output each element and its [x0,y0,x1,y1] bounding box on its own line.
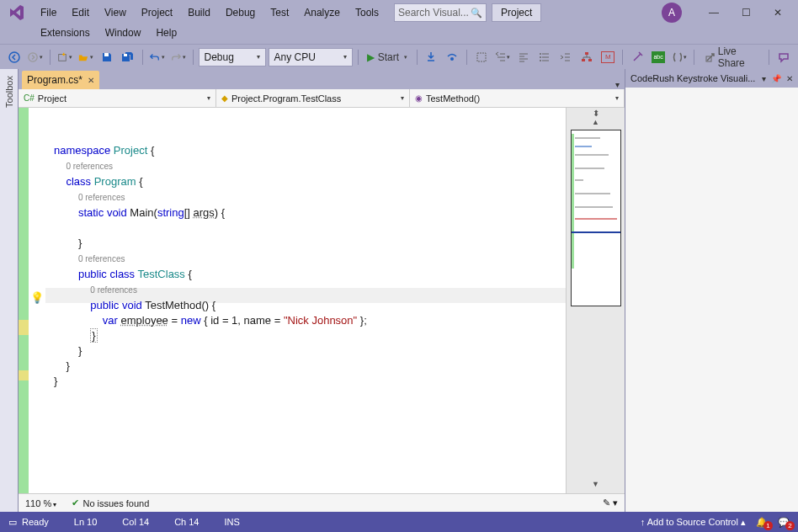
code-minimap[interactable] [571,130,621,306]
csharp-icon: C# [24,93,35,103]
status-bar: ▭Ready Ln 10 Col 14 Ch 14 INS ↑ Add to S… [0,512,798,532]
nav-method-combo[interactable]: ◉TestMethod() [410,89,625,107]
source-control-button[interactable]: ↑ Add to Source Control ▴ [641,517,746,528]
tab-overflow-icon[interactable]: ▾ [615,80,620,89]
search-input[interactable]: Search Visual... 🔍 [394,3,487,22]
toolbox-label: Toolbox [4,76,14,108]
menu-view[interactable]: View [98,3,133,22]
scroll-down-icon[interactable]: ▼ [592,480,599,488]
code-text[interactable]: namespace Project { 0 references class P… [45,108,566,493]
list-icon[interactable] [535,48,554,66]
menu-file[interactable]: File [34,3,63,22]
pin-icon[interactable]: 📌 [771,74,781,83]
outdent-icon[interactable] [556,48,575,66]
menu-tools[interactable]: Tools [348,3,386,22]
file-tab-program[interactable]: Program.cs* ✕ [22,71,99,89]
svg-point-8 [540,56,541,58]
save-button[interactable] [98,48,116,66]
nav-back-button[interactable] [5,48,24,66]
play-icon: ▶ [367,51,375,63]
menu-analyze[interactable]: Analyze [297,3,347,22]
side-panel: CodeRush Keystroke Visuali... ▾ 📌 ✕ [625,69,798,512]
menu-bar: File Edit View Project Build Debug Test … [34,3,386,22]
status-ready: ▭Ready [8,517,49,528]
svg-rect-4 [124,54,127,56]
panel-options-icon[interactable]: ▾ [762,74,766,83]
new-project-button[interactable] [56,48,74,66]
step-over-icon[interactable] [443,48,461,66]
class-icon: ◆ [221,93,228,103]
window-controls: A — ☐ ✕ [662,3,793,23]
menu-build[interactable]: Build [181,3,217,22]
lightbulb-icon[interactable]: 💡 [30,291,44,304]
issues-indicator[interactable]: ✔No issues found [72,497,149,508]
feedback-icon[interactable] [774,48,793,66]
navigation-bar: C#Project ◆Project.Program.TestClass ◉Te… [19,89,625,108]
maximize-button[interactable]: ☐ [731,3,761,22]
status-ins[interactable]: INS [224,517,239,527]
search-placeholder: Search Visual... [398,7,469,19]
scroll-up-icon[interactable]: ▲ [592,118,599,126]
step-into-icon[interactable] [422,48,440,66]
vs-logo-icon [5,3,29,23]
method-icon: ◉ [415,93,423,103]
editor-tool-icon[interactable]: ✎ ▾ [603,497,618,508]
solution-name-button[interactable]: Project [492,3,541,22]
dotted-frame-icon[interactable] [472,48,491,66]
menu-extensions[interactable]: Extensions [34,24,97,42]
svg-point-7 [540,53,541,55]
search-icon: 🔍 [471,8,482,19]
wand-icon[interactable] [628,48,646,66]
hierarchy-icon[interactable] [577,48,596,66]
feedback-badge-icon[interactable]: 💬2 [778,517,790,528]
minimize-button[interactable]: — [699,3,729,22]
close-button[interactable]: ✕ [763,3,793,22]
align-left-icon[interactable] [514,48,533,66]
code-editor[interactable]: 💡 namespace Project { 0 references class… [19,108,625,493]
menu-debug[interactable]: Debug [219,3,262,22]
main-toolbar: Debug Any CPU ▶Start M abc Live Share [0,44,798,69]
live-share-button[interactable]: Live Share [700,48,763,66]
redo-button[interactable] [169,48,188,66]
menu-bar-row2: Extensions Window Help [34,24,184,42]
editor-area: Program.cs* ✕ ▾ C#Project ◆Project.Progr… [19,69,625,512]
side-panel-title: CodeRush Keystroke Visuali... [630,73,757,83]
status-line[interactable]: Ln 10 [74,517,98,527]
status-ch[interactable]: Ch 14 [174,517,199,527]
menu-row2-container: Extensions Window Help [0,25,798,44]
m-box-icon[interactable]: M [598,48,617,66]
svg-point-5 [450,57,454,61]
menu-test[interactable]: Test [263,3,295,22]
zoom-combo[interactable]: 110 % [25,498,56,508]
indent-guides-icon[interactable] [493,48,512,66]
svg-point-0 [9,52,19,62]
nav-forward-button[interactable] [26,48,45,66]
svg-rect-3 [104,53,109,56]
platform-combo[interactable]: Any CPU [269,48,353,66]
nav-class-combo[interactable]: ◆Project.Program.TestClass [216,89,410,107]
open-button[interactable] [77,48,95,66]
vertical-scrollbar[interactable]: ⬍ ▲ ▼ [566,108,625,493]
svg-rect-2 [59,54,66,61]
panel-close-icon[interactable]: ✕ [786,74,793,83]
nav-project-combo[interactable]: C#Project [19,89,216,107]
close-tab-icon[interactable]: ✕ [88,76,94,85]
menu-edit[interactable]: Edit [65,3,96,22]
abc-box-icon[interactable]: abc [649,48,668,66]
side-panel-header[interactable]: CodeRush Keystroke Visuali... ▾ 📌 ✕ [625,69,798,88]
notifications-icon[interactable]: 🔔1 [756,517,768,528]
menu-window[interactable]: Window [98,24,148,42]
status-col[interactable]: Col 14 [122,517,149,527]
split-handle-icon[interactable]: ⬍ [571,109,621,116]
user-avatar[interactable]: A [662,3,682,23]
menu-project[interactable]: Project [135,3,179,22]
workspace: Toolbox Program.cs* ✕ ▾ C#Project ◆Proje… [0,69,798,512]
check-icon: ✔ [72,497,79,508]
menu-help[interactable]: Help [149,24,184,42]
config-combo[interactable]: Debug [199,48,266,66]
toolbox-panel-collapsed[interactable]: Toolbox [0,69,19,512]
brackets-icon[interactable] [670,48,689,66]
start-button[interactable]: ▶Start [363,48,411,66]
save-all-button[interactable] [119,48,137,66]
undo-button[interactable] [148,48,167,66]
